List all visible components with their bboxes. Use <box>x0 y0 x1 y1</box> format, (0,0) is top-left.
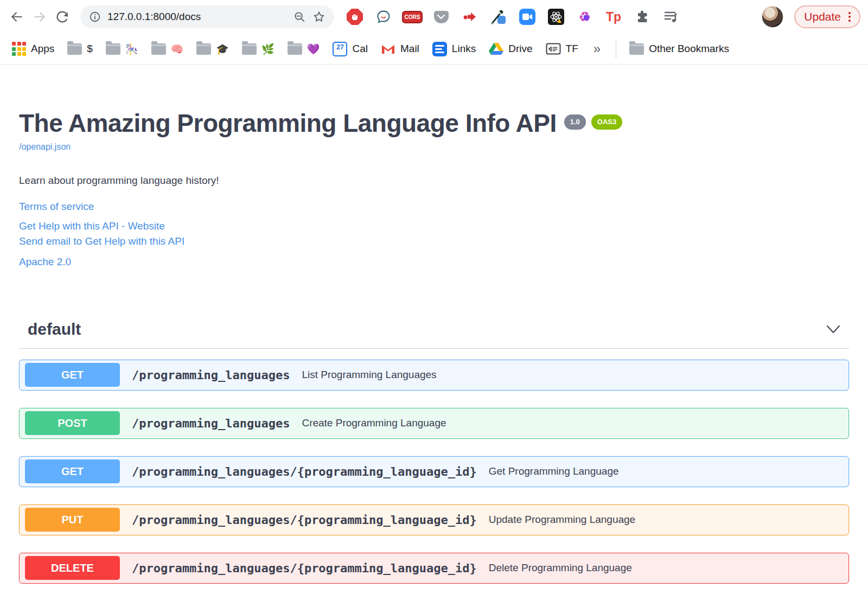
terms-of-service-link[interactable]: Terms of service <box>19 201 849 213</box>
tag-section-title: default <box>28 320 81 338</box>
endpoint-summary: Get Programming Language <box>489 465 619 477</box>
endpoint-path: /programming_languages <box>132 368 290 382</box>
url-text[interactable]: 127.0.0.1:8000/docs <box>107 11 287 23</box>
pocket-icon <box>434 11 449 23</box>
bookmark-label: 🎠 <box>125 43 138 55</box>
bookmark-label: Apps <box>31 43 54 55</box>
bookmark-folder-education[interactable]: 🎓 <box>193 42 232 56</box>
tf-card-icon <box>546 43 561 55</box>
folder-icon <box>151 43 166 55</box>
bookmark-label: Mail <box>400 43 419 55</box>
operation-row[interactable]: PUT /programming_languages/{programming_… <box>19 504 849 535</box>
bookmark-label: 🌿 <box>261 43 275 55</box>
method-badge[interactable]: GET <box>25 459 120 483</box>
share-arrow-extension-icon[interactable] <box>461 8 478 25</box>
cors-badge: CORS <box>402 11 423 23</box>
operation-row[interactable]: DELETE /programming_languages/{programmi… <box>19 553 849 584</box>
api-badges: 1.0 OAS3 <box>564 114 622 130</box>
eyedropper-icon <box>490 9 507 25</box>
bookmark-mail[interactable]: Mail <box>378 42 423 56</box>
chevron-down-icon[interactable] <box>826 325 840 334</box>
bookmark-folder-brain[interactable]: 🧠 <box>148 42 187 56</box>
endpoint-summary: Update Programming Language <box>489 514 635 526</box>
forward-button[interactable] <box>30 8 49 26</box>
back-arrow-icon <box>10 10 24 24</box>
zoom-out-icon[interactable] <box>293 11 306 23</box>
openapi-json-link[interactable]: /openapi.json <box>19 142 71 152</box>
bookmark-folder-money[interactable]: $ <box>64 42 96 56</box>
method-badge[interactable]: PUT <box>25 508 120 532</box>
bookmark-label: 💜 <box>307 43 320 55</box>
puzzle-piece-icon <box>635 10 650 24</box>
bookmark-label: Other Bookmarks <box>649 43 729 55</box>
api-description: Learn about programming language history… <box>19 175 849 187</box>
bookmarks-overflow-button[interactable]: » <box>588 41 606 56</box>
bookmark-folder-heart[interactable]: 💜 <box>284 42 323 56</box>
oas3-badge: OAS3 <box>591 114 622 130</box>
version-badge: 1.0 <box>564 114 586 130</box>
bookmark-label: Cal <box>352 43 368 55</box>
folder-icon <box>106 43 120 55</box>
license-link[interactable]: Apache 2.0 <box>19 256 849 268</box>
folder-icon <box>288 43 302 55</box>
adblock-extension-icon[interactable] <box>346 8 363 25</box>
bookmark-star-icon[interactable] <box>312 10 326 23</box>
profile-avatar[interactable] <box>762 6 783 28</box>
bookmark-apps[interactable]: Apps <box>9 41 58 57</box>
method-badge[interactable]: POST <box>25 411 120 435</box>
bookmarks-divider <box>616 40 616 58</box>
operation-row[interactable]: GET /programming_languages/{programming_… <box>19 456 849 487</box>
cors-extension-icon[interactable]: CORS <box>404 8 421 25</box>
page-title: The Amazing Programming Language Info AP… <box>19 109 557 138</box>
bookmark-tf[interactable]: TF <box>542 42 582 56</box>
method-badge[interactable]: GET <box>25 363 120 387</box>
chat-bubble-extension-icon[interactable] <box>375 8 392 25</box>
reload-button[interactable] <box>53 8 72 26</box>
operation-row[interactable]: GET /programming_languages List Programm… <box>19 360 849 391</box>
tag-section-header[interactable]: default <box>19 320 849 349</box>
api-links: Terms of service Get Help with this API … <box>19 201 849 268</box>
bookmark-folder-carousel[interactable]: 🎠 <box>103 42 142 56</box>
help-email-link[interactable]: Send email to Get Help with this API <box>19 235 849 247</box>
endpoint-summary: Create Programming Language <box>302 417 446 429</box>
update-button[interactable]: Update <box>794 5 860 28</box>
other-bookmarks[interactable]: Other Bookmarks <box>626 42 732 56</box>
tp-extension-icon[interactable]: Tp <box>605 8 622 25</box>
swagger-page: The Amazing Programming Language Info AP… <box>0 109 868 584</box>
method-badge[interactable]: DELETE <box>25 556 120 580</box>
chat-bubble-icon <box>376 9 391 24</box>
back-button[interactable] <box>8 8 26 26</box>
bookmark-drive[interactable]: Drive <box>486 41 535 56</box>
bookmark-links[interactable]: Links <box>429 41 479 57</box>
help-website-link[interactable]: Get Help with this API - Website <box>19 220 849 232</box>
video-camera-icon <box>519 9 535 25</box>
recycle-extension-icon[interactable]: ♻ <box>576 8 593 25</box>
bookmark-label: $ <box>87 43 93 55</box>
forward-arrow-icon <box>33 10 47 24</box>
share-arrow-icon <box>462 9 477 24</box>
bookmark-label: TF <box>566 43 578 55</box>
zoom-extension-icon[interactable] <box>519 8 536 25</box>
links-list-icon <box>432 42 447 56</box>
folder-icon <box>242 43 257 55</box>
bookmark-folder-herb[interactable]: 🌿 <box>239 42 278 56</box>
url-bar[interactable]: 127.0.0.1:8000/docs <box>80 5 334 28</box>
playlist-extension-icon[interactable] <box>662 8 680 25</box>
extensions-menu-button[interactable] <box>634 8 651 25</box>
pocket-extension-icon[interactable] <box>432 8 450 25</box>
bookmark-calendar[interactable]: 27 Cal <box>329 41 371 57</box>
gmail-icon <box>381 43 395 55</box>
folder-icon <box>629 43 644 55</box>
operation-row[interactable]: POST /programming_languages Create Progr… <box>19 408 849 439</box>
browser-menu-icon[interactable] <box>848 12 851 22</box>
react-devtools-extension-icon[interactable] <box>547 8 565 25</box>
endpoint-path: /programming_languages/{programming_lang… <box>132 561 477 575</box>
bookmark-label: Links <box>452 43 476 55</box>
endpoint-summary: List Programming Languages <box>302 369 436 381</box>
bookmark-label: Drive <box>508 43 532 55</box>
eyedropper-extension-icon[interactable] <box>490 8 507 25</box>
reload-icon <box>55 10 69 24</box>
calendar-icon: 27 <box>333 42 347 56</box>
react-atom-icon <box>548 9 564 25</box>
page-info-icon[interactable] <box>89 11 101 23</box>
